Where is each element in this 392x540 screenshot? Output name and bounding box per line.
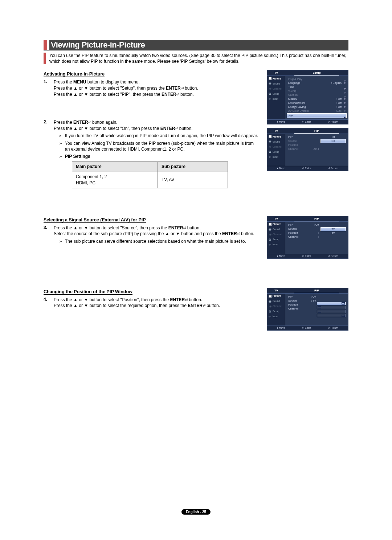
sound-icon: ◉ — [268, 140, 272, 143]
picture-icon: ▣ — [268, 135, 272, 138]
picture-icon: ▣ — [268, 77, 272, 80]
heading-activating: Activating Picture-in-Picture — [44, 71, 105, 77]
side-setup: ✿Setup — [267, 91, 285, 96]
step-3: 3. Press the ▲ or ▼ button to select "So… — [44, 225, 261, 246]
picture-icon: ▣ — [268, 294, 272, 298]
input-icon: ⇦ — [268, 155, 272, 159]
section-activating: Activating Picture-in-Picture 1. Press t… — [44, 70, 348, 194]
page-title-bar: Viewing Picture-in-Picture — [44, 40, 348, 50]
channel-icon: ◈ — [268, 87, 272, 90]
note-analog-tv: You can view Analog TV broadcasts on the… — [59, 140, 260, 152]
setup-icon: ✿ — [268, 92, 272, 95]
page-number: English - 25 — [181, 509, 211, 515]
input-icon: ⇦ — [268, 97, 272, 101]
input-icon: ⇦ — [268, 243, 272, 246]
input-icon: ⇦ — [268, 315, 272, 318]
pip-settings-table: Main picture Sub picture Component 1, 2 … — [72, 161, 228, 188]
channel-icon: ◈ — [268, 145, 272, 148]
sound-icon: ◉ — [268, 82, 272, 85]
side-channel: ◈Channel — [267, 86, 285, 91]
table-header-sub: Sub picture — [158, 162, 228, 172]
move-icon: ♦ Move — [277, 120, 285, 123]
note-pip-off: If you turn the TV off while watching in… — [59, 133, 260, 139]
section-signal-source: Selecting a Signal Source (External A/V)… — [44, 216, 348, 262]
table-cell-sub: TV, AV — [158, 172, 228, 188]
setup-icon: ✿ — [268, 150, 272, 154]
title-accent — [44, 40, 47, 50]
table-cell-main: Component 1, 2 HDMI, PC — [72, 172, 158, 188]
osd-pip-position: TV PIP ▣Picture ◉Sound ◈Channel ✿Setup ⇦… — [267, 288, 348, 331]
setup-icon: ✿ — [268, 238, 272, 241]
page-title: Viewing Picture-in-Picture — [49, 40, 348, 50]
note-sub-source: The sub picture can serve different sour… — [59, 238, 260, 244]
step-2: 2. Press the ENTER button again. Press t… — [44, 119, 261, 191]
channel-icon: ◈ — [268, 233, 272, 236]
setup-icon: ✿ — [268, 310, 272, 313]
intro-text: You can use the PIP feature to simultane… — [44, 53, 348, 64]
sound-icon: ◉ — [268, 228, 272, 231]
picture-icon: ▣ — [268, 222, 272, 226]
step-4: 4. Press the ▲ or ▼ button to select "Po… — [44, 297, 261, 309]
step-1: 1. Press the MENU button to display the … — [44, 79, 261, 97]
note-pip-settings: PIP Settings — [59, 154, 260, 159]
heading-position: Changing the Position of the PIP Window — [44, 289, 132, 295]
sound-icon: ◉ — [268, 299, 272, 303]
side-input: ⇦Input — [267, 96, 285, 101]
osd-setup-menu: TV Setup ▣Picture ◉Sound ◈Channel ✿Setup… — [267, 70, 348, 124]
heading-signal-source: Selecting a Signal Source (External A/V)… — [44, 217, 146, 223]
enter-icon: ⏎ Enter — [302, 120, 311, 123]
osd-pip-onoff: TV PIP ▣Picture ◉Sound ◈Channel ✿Setup ⇦… — [267, 128, 348, 171]
channel-icon: ◈ — [268, 304, 272, 308]
side-sound: ◉Sound — [267, 81, 285, 86]
osd-pip-source: TV PIP ▣Picture ◉Sound ◈Channel ✿Setup ⇦… — [267, 216, 348, 259]
side-picture: ▣Picture — [267, 76, 285, 81]
return-icon: ↺ Return — [328, 120, 338, 123]
table-header-main: Main picture — [72, 162, 158, 172]
section-position: Changing the Position of the PIP Window … — [44, 288, 348, 334]
